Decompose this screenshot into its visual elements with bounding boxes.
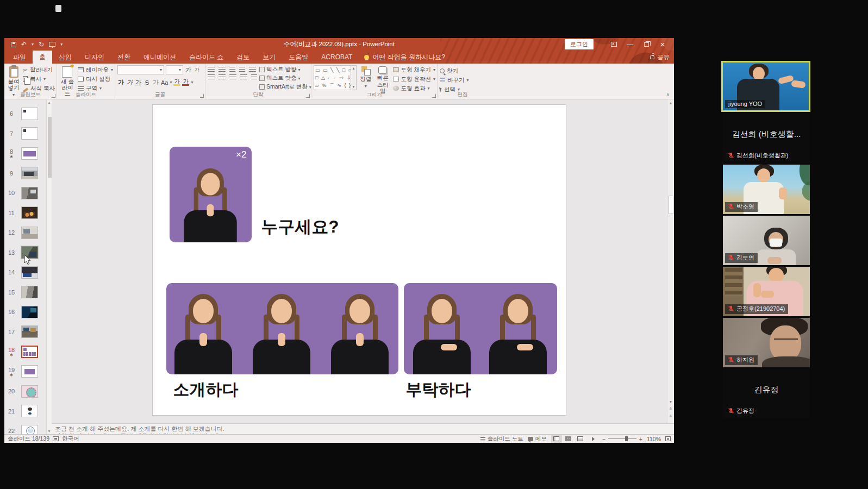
- grow-font-button[interactable]: 가: [185, 66, 192, 74]
- clipboard-dialog-launcher[interactable]: [52, 94, 55, 98]
- scroll-down-icon[interactable]: ▼: [47, 429, 51, 433]
- shape-fill-button[interactable]: 도형 채우기▾: [393, 65, 435, 74]
- font-dialog-launcher[interactable]: [200, 94, 204, 98]
- tab-design[interactable]: 디자인: [78, 51, 111, 64]
- tab-help[interactable]: 도움말: [282, 51, 315, 64]
- strikethrough-button[interactable]: S: [143, 79, 151, 86]
- input-language-icon[interactable]: [53, 436, 59, 441]
- cut-button[interactable]: ✂잘라내기: [23, 65, 55, 74]
- decrease-indent-icon[interactable]: [229, 67, 235, 72]
- thumbnail-slide-18-selected[interactable]: 18∗: [4, 342, 46, 362]
- text-shadow-button[interactable]: 가: [152, 78, 159, 86]
- tab-insert[interactable]: 삽입: [52, 51, 78, 64]
- paragraph-dialog-launcher[interactable]: [306, 94, 310, 98]
- scroll-up-icon[interactable]: ▲: [47, 101, 51, 104]
- numbering-icon[interactable]: [218, 67, 226, 72]
- undo-icon[interactable]: ↶: [21, 41, 27, 48]
- align-text-button[interactable]: 텍스트 맞춤▾: [259, 74, 311, 83]
- fit-slide-to-window-icon[interactable]: [665, 436, 671, 441]
- caption-introduce[interactable]: 소개하다: [173, 379, 239, 401]
- reset-button[interactable]: 다시 설정: [78, 74, 113, 84]
- shape-outline-button[interactable]: 도형 윤곽선▾: [393, 74, 435, 84]
- redo-icon[interactable]: ↻: [39, 41, 44, 48]
- notes-pane[interactable]: 조금 전 소개 해 주셨는데요. 제 소개를 다시 한번 해 보겠습니다. 거창…: [52, 423, 674, 434]
- thumbnail-slide-20[interactable]: 20: [4, 381, 46, 402]
- shapes-row-1[interactable]: ▭ ▭ ╲ ╲ □ ○: [315, 67, 355, 74]
- participant-video-gong-jeongho[interactable]: 공정호(21902704): [723, 267, 810, 316]
- sign-image-request[interactable]: [404, 283, 557, 374]
- tab-review[interactable]: 검토: [230, 51, 256, 64]
- participant-tile-kim-sunhee[interactable]: 김선희 (비호생활... 김선희(비호생활관): [723, 114, 810, 163]
- share-button[interactable]: 공유: [650, 51, 670, 64]
- close-button[interactable]: ×: [654, 39, 671, 50]
- zoom-out-button[interactable]: −: [602, 436, 605, 442]
- tab-file[interactable]: 파일: [7, 51, 33, 64]
- thumbnail-slide-22[interactable]: 22: [4, 421, 46, 434]
- thumbnail-slide-6[interactable]: 6: [4, 104, 46, 124]
- shapes-gallery[interactable]: ▭ ▭ ╲ ╲ □ ○ □ △ ⌐ ⌐ ⇨ ⇩ ▱ % ⌒ ∿ { } ▲▼: [314, 65, 357, 90]
- arrange-button[interactable]: 정렬 ▾: [359, 65, 373, 89]
- font-color-button[interactable]: 가: [182, 79, 189, 86]
- font-size-combo[interactable]: ▾: [166, 65, 183, 74]
- drawing-dialog-launcher[interactable]: [432, 94, 436, 98]
- replace-button[interactable]: 바꾸기▾: [440, 76, 469, 85]
- normal-view-button[interactable]: [551, 435, 562, 443]
- thumbnail-slide-12[interactable]: 12: [4, 223, 46, 243]
- tab-home[interactable]: 홈: [33, 51, 52, 64]
- save-icon[interactable]: [11, 42, 16, 47]
- start-slideshow-icon[interactable]: [49, 42, 55, 47]
- notes-toggle-button[interactable]: 슬라이드 노트: [480, 435, 523, 443]
- align-left-icon[interactable]: [208, 74, 215, 80]
- text-direction-button[interactable]: 텍스트 방향▾: [259, 65, 311, 74]
- shapes-row-3[interactable]: ▱ % ⌒ ∿ { }: [315, 82, 355, 89]
- justify-icon[interactable]: [240, 74, 247, 80]
- slide-heading-text[interactable]: 누구세요?: [261, 216, 339, 239]
- smartart-convert-button[interactable]: SmartArt로 변환▾: [259, 83, 311, 91]
- zoom-slider[interactable]: [608, 438, 636, 439]
- shrink-font-button[interactable]: 가: [193, 66, 201, 73]
- italic-button[interactable]: 가: [126, 78, 133, 86]
- language-label[interactable]: 한국어: [62, 435, 79, 443]
- ribbon-display-options-button[interactable]: [605, 39, 622, 50]
- tell-me-search[interactable]: 어떤 작업을 원하시나요?: [359, 51, 450, 64]
- bullets-icon[interactable]: [208, 67, 215, 72]
- caption-request[interactable]: 부탁하다: [406, 379, 471, 401]
- sign-image-introduce[interactable]: [166, 283, 398, 374]
- line-spacing-icon[interactable]: [249, 67, 256, 72]
- slide-sorter-view-button[interactable]: [563, 435, 574, 443]
- thumbnail-slide-16[interactable]: 16: [4, 302, 46, 322]
- reading-view-button[interactable]: [575, 435, 586, 443]
- slide-18-editing-surface[interactable]: ×2 누구세요? 소개하다 부탁하다: [153, 105, 566, 415]
- shapes-row-2[interactable]: □ △ ⌐ ⌐ ⇨ ⇩: [315, 74, 355, 82]
- scrollbar-thumb[interactable]: [669, 196, 673, 214]
- quick-styles-button[interactable]: 빠른 스타일: [375, 65, 391, 94]
- comments-toggle-button[interactable]: 메모: [528, 435, 547, 443]
- participant-video-jiyoung-yoo[interactable]: jiyoung YOO: [721, 61, 810, 112]
- minimize-button[interactable]: —: [622, 39, 638, 50]
- login-button[interactable]: 로그인: [565, 39, 594, 49]
- previous-slide-icon[interactable]: ≛: [667, 407, 674, 411]
- scroll-down-icon[interactable]: ▼: [667, 400, 674, 404]
- align-center-icon[interactable]: [218, 74, 226, 80]
- zoom-level[interactable]: 110%: [647, 436, 661, 442]
- tab-acrobat[interactable]: ACROBAT: [315, 51, 359, 64]
- participant-video-park-soyoung[interactable]: 박소영: [723, 165, 810, 214]
- underline-button[interactable]: 가: [135, 78, 142, 86]
- scrollbar-thumb[interactable]: [48, 117, 52, 178]
- thumbnail-slide-17[interactable]: 17: [4, 322, 46, 342]
- bold-button[interactable]: 가: [117, 78, 124, 86]
- collapse-ribbon-icon[interactable]: ∧: [666, 92, 670, 97]
- shapes-gallery-scroll[interactable]: ▲▼: [351, 66, 356, 90]
- thumbnail-slide-19[interactable]: 19∗: [4, 362, 46, 382]
- thumbnail-slide-8[interactable]: 8∗: [4, 143, 46, 164]
- participant-video-kim-doyeon[interactable]: 김도연: [723, 216, 810, 265]
- slideshow-view-button[interactable]: [587, 435, 598, 443]
- highlight-color-button[interactable]: 가: [173, 79, 180, 86]
- zoom-in-button[interactable]: +: [639, 436, 642, 442]
- thumbnail-slide-21[interactable]: 21: [4, 402, 46, 422]
- align-right-icon[interactable]: [229, 74, 236, 80]
- find-button[interactable]: 찾기: [440, 66, 469, 76]
- customize-qat-icon[interactable]: ▾: [60, 42, 63, 47]
- columns-icon[interactable]: [251, 74, 257, 80]
- tab-transitions[interactable]: 전환: [111, 51, 137, 64]
